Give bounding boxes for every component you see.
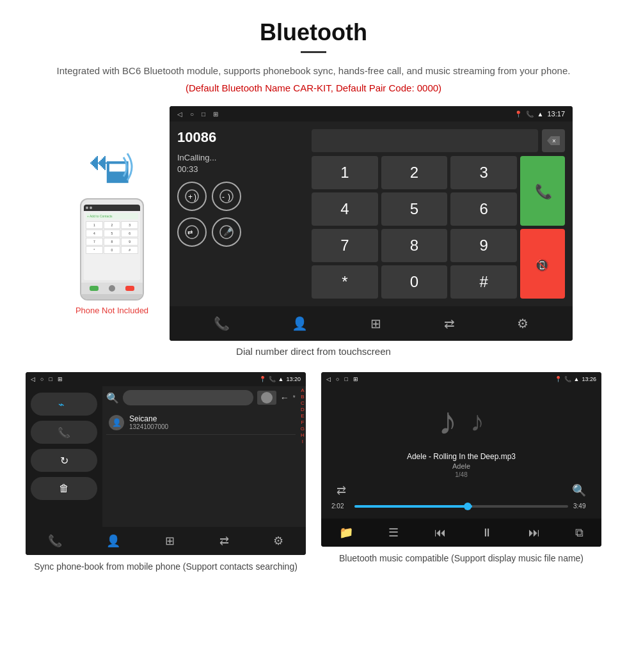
nav-contacts-icon[interactable]: 👤 <box>292 316 308 331</box>
pb-nav-phone[interactable]: 📞 <box>48 534 62 548</box>
svg-text:-: - <box>222 192 225 201</box>
pb-home-icon[interactable]: ○ <box>40 376 44 382</box>
pb-asterisk: * <box>293 395 296 402</box>
pb-location-icon: 📍 <box>259 376 266 382</box>
pb-wifi-icon: ▲ <box>278 376 284 382</box>
music-back-icon[interactable]: ◁ <box>326 376 331 382</box>
pb-left-nav: ⌁ 📞 ↻ 🗑 <box>26 386 102 527</box>
dial-key-2[interactable]: 2 <box>381 156 448 189</box>
pb-search-bar[interactable] <box>123 390 253 405</box>
backspace-btn[interactable]: × <box>542 129 565 152</box>
pb-contact-item[interactable]: 👤 Seicane 13241007000 <box>106 410 296 435</box>
pb-nav-contacts[interactable]: 👤 <box>106 534 120 548</box>
svg-text:⇄: ⇄ <box>187 229 193 236</box>
page-title: Bluetooth <box>26 19 601 46</box>
pb-delete-nav[interactable]: 🗑 <box>31 477 97 500</box>
music-device: ◁ ○ □ ⊞ 📍 📞 ▲ 13:26 <box>321 372 601 547</box>
apps-nav-icon[interactable]: ⊞ <box>213 111 218 118</box>
call-answer-btn[interactable]: 📞 <box>520 156 565 226</box>
music-home-icon[interactable]: ○ <box>336 376 339 382</box>
mute-btn[interactable]: 🎤 <box>212 217 241 247</box>
dial-key-3[interactable]: 3 <box>450 156 517 189</box>
pb-phone-icon: 📞 <box>269 376 276 382</box>
pb-recents-icon[interactable]: □ <box>49 376 52 382</box>
music-playpause-icon[interactable]: ⏸ <box>481 526 493 540</box>
music-phone-icon: 📞 <box>564 376 571 382</box>
call-end-btn[interactable]: 📵 <box>520 229 565 299</box>
progress-thumb[interactable] <box>464 503 472 510</box>
svg-text:): ) <box>194 192 196 201</box>
phonebook-screenshot-card: ◁ ○ □ ⊞ 📍 📞 ▲ 13:20 <box>26 372 306 574</box>
pb-nav-transfer[interactable]: ⇄ <box>219 534 229 548</box>
bottom-screenshots-row: ◁ ○ □ ⊞ 📍 📞 ▲ 13:20 <box>26 372 601 574</box>
music-next-icon[interactable]: ⏭ <box>528 526 540 540</box>
dial-key-0[interactable]: 0 <box>381 265 448 299</box>
call-number: 10086 <box>177 129 305 146</box>
device-status-bar: ◁ ○ □ ⊞ 📍 📞 ▲ 13:17 <box>170 106 573 121</box>
music-prev-icon[interactable]: ⏮ <box>434 526 446 540</box>
transfer-btn[interactable]: ⇄ <box>177 217 207 247</box>
music-track-name: Adele - Rolling In the Deep.mp3 <box>407 452 516 461</box>
device-bottom-nav: 📞 👤 ⊞ ⇄ ⚙ <box>170 306 573 341</box>
pb-bluetooth-nav[interactable]: ⌁ <box>31 393 97 416</box>
music-list-icon[interactable]: ☰ <box>388 526 399 540</box>
section-note: (Default Bluetooth Name CAR-KIT, Default… <box>26 82 601 93</box>
music-search-icon[interactable]: 🔍 <box>572 483 586 497</box>
svg-text:): ) <box>228 192 230 201</box>
phone-mockup-container: ⬓ ⯬ + Add to Contacts <box>54 145 170 315</box>
pb-alphabet-index: A B C D E F G H I <box>299 386 306 527</box>
pb-sync-nav[interactable]: ↻ <box>31 449 97 472</box>
pb-bottom-nav: 📞 👤 ⊞ ⇄ ⚙ <box>26 527 306 555</box>
section-description: Integrated with BC6 Bluetooth module, su… <box>26 63 601 79</box>
pb-nav-apps[interactable]: ⊞ <box>165 534 175 548</box>
volume-up-btn[interactable]: +) <box>177 182 207 211</box>
dial-key-1[interactable]: 1 <box>312 156 378 189</box>
music-note-icon-main: ♪ <box>438 399 457 443</box>
pb-search-icon[interactable]: 🔍 <box>106 392 119 404</box>
pb-contact-avatar: 👤 <box>109 415 124 430</box>
dial-key-7[interactable]: 7 <box>312 229 378 262</box>
music-wifi-icon: ▲ <box>574 376 580 382</box>
phone-screen: + Add to Contacts 123 456 789 *0# <box>84 205 140 280</box>
location-icon: 📍 <box>514 111 522 118</box>
call-info-panel: 10086 InCalling... 00:33 +) -) <box>177 129 305 299</box>
phone-not-included-label: Phone Not Included <box>75 306 148 315</box>
pb-apps-icon[interactable]: ⊞ <box>58 376 63 382</box>
nav-settings-icon[interactable]: ⚙ <box>517 316 528 331</box>
music-equalizer-icon[interactable]: ⧉ <box>575 526 583 540</box>
dial-key-4[interactable]: 4 <box>312 192 378 226</box>
dial-key-9[interactable]: 9 <box>450 229 517 262</box>
dial-key-hash[interactable]: # <box>450 265 517 299</box>
music-apps-icon[interactable]: ⊞ <box>353 376 358 382</box>
volume-down-btn[interactable]: -) <box>212 182 241 211</box>
music-recents-icon[interactable]: □ <box>344 376 347 382</box>
pb-contact-number: 13241007000 <box>129 423 168 430</box>
pb-scroll-indicator <box>257 391 276 405</box>
dial-key-6[interactable]: 6 <box>450 192 517 226</box>
call-status: InCalling... 00:33 <box>177 152 305 175</box>
nav-transfer-icon[interactable]: ⇄ <box>444 316 455 331</box>
pb-nav-settings[interactable]: ⚙ <box>273 534 283 548</box>
phone-frame: + Add to Contacts 123 456 789 *0# <box>80 198 144 301</box>
pb-phone-nav[interactable]: 📞 <box>31 421 97 444</box>
back-nav-icon[interactable]: ◁ <box>177 111 182 118</box>
nav-dialpad-icon[interactable]: ⊞ <box>370 316 381 331</box>
pb-back-icon[interactable]: ◁ <box>31 376 35 382</box>
recents-nav-icon[interactable]: □ <box>202 111 205 118</box>
music-note-icon-secondary: ♪ <box>470 405 484 437</box>
call-controls: +) -) <box>177 182 305 211</box>
dial-key-star[interactable]: * <box>312 265 378 299</box>
progress-bar[interactable] <box>354 505 568 508</box>
music-folder-icon[interactable]: 📁 <box>339 526 353 540</box>
bluetooth-waves-icon: ⬓ ⯬ <box>80 145 144 189</box>
shuffle-icon[interactable]: ⇄ <box>337 483 346 497</box>
dial-key-8[interactable]: 8 <box>381 229 448 262</box>
home-nav-icon[interactable]: ○ <box>190 111 194 118</box>
nav-phone-icon[interactable]: 📞 <box>214 316 230 331</box>
dialpad-input-display[interactable] <box>312 129 538 152</box>
dial-key-5[interactable]: 5 <box>381 192 448 226</box>
pb-back-arrow[interactable]: ← <box>280 393 289 403</box>
main-screenshot-row: ⬓ ⯬ + Add to Contacts <box>26 106 601 341</box>
current-time: 2:02 <box>331 503 349 510</box>
total-time: 3:49 <box>573 503 591 510</box>
